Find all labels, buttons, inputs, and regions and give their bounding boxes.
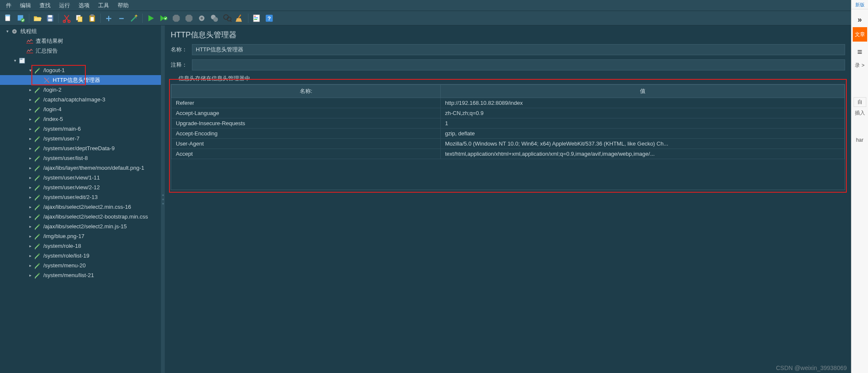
expand-icon[interactable]: ▸ [27,165,33,170]
har-label[interactable]: har [851,136,868,144]
tree-item-request[interactable]: ▸/system/user/list-8 [0,153,161,163]
shutdown-icon[interactable] [183,12,195,24]
tree-item-request[interactable]: ▸/ajax/libs/select2/select2-bootstrap.mi… [0,212,161,222]
table-row[interactable]: Upgrade-Insecure-Requests1 [172,118,845,129]
cell-header-name[interactable]: Upgrade-Insecure-Requests [172,118,441,129]
table-row[interactable]: Accepttext/html,application/xhtml+xml,ap… [172,149,845,159]
templates-icon[interactable] [15,12,27,24]
headers-table[interactable]: 名称: 值 Refererhttp://192.168.10.82:8089/i… [171,84,845,190]
tree-item-request[interactable]: ▸/system/role/list-19 [0,251,161,261]
paste-icon[interactable] [86,12,98,24]
table-row[interactable]: Refererhttp://192.168.10.82:8089/index [172,98,845,108]
cell-header-name[interactable]: Referer [172,98,441,108]
wand-icon[interactable] [128,12,140,24]
tree-item-request[interactable]: ▸/system/role-18 [0,241,161,251]
tree-item-request[interactable]: ▸/system/user/view/1-11 [0,173,161,182]
save-icon[interactable] [44,12,56,24]
table-row[interactable]: Accept-Encodinggzip, deflate [172,129,845,139]
expand-icon[interactable]: ▸ [27,224,33,229]
tree-item-request[interactable]: ▸/ajax/libs/select2/select2.min.js-15 [0,222,161,231]
login-label[interactable]: 录 > [851,61,868,70]
run-icon[interactable] [145,12,157,24]
tree-item-request[interactable]: ▸/captcha/captchaImage-3 [0,95,161,104]
remove-icon[interactable]: － [116,12,127,24]
expand-icon[interactable]: ▸ [27,117,33,121]
stop-icon[interactable] [170,12,182,24]
tree-item-request[interactable]: ▸/system/user/view/2-12 [0,182,161,192]
tree-item-request[interactable]: ▸/img/blue.png-17 [0,231,161,241]
expand-icon[interactable]: ▸ [27,244,33,248]
more-icon[interactable]: » [852,12,868,27]
expand-icon[interactable]: ▸ [27,146,33,151]
insert-label[interactable]: 插入 [851,109,868,118]
menu-search[interactable]: 查找 [35,0,55,11]
tree-item-request[interactable]: ▸/index-5 [0,114,161,124]
tree-item-request[interactable]: ▸/system/user-7 [0,134,161,143]
expand-icon[interactable]: ▾ [27,68,33,73]
tree-recorder[interactable]: ▾ [0,56,161,65]
help-icon[interactable]: ? [263,12,275,24]
tree-item-request[interactable]: ▸/system/menu-20 [0,261,161,270]
comment-input[interactable] [192,59,845,70]
splitter[interactable] [161,25,165,373]
expand-icon[interactable]: ▸ [27,263,33,268]
cell-header-name[interactable]: Accept [172,149,441,159]
new-icon[interactable] [2,12,14,24]
search-icon[interactable] [221,12,233,24]
hamburger-icon[interactable]: ≡ [852,44,868,59]
run-nopause-icon[interactable] [158,12,169,24]
tree-item-request[interactable]: ▸/system/menu/list-21 [0,270,161,280]
expand-icon[interactable]: ▸ [27,195,33,199]
tree-item-request[interactable]: ▸/system/user/edit/2-13 [0,192,161,202]
menu-help[interactable]: 帮助 [113,0,133,11]
expand-icon[interactable]: ▸ [27,214,33,219]
cell-header-name[interactable]: User-Agent [172,139,441,149]
clear-icon[interactable] [196,12,208,24]
expand-icon[interactable]: ▸ [27,234,33,238]
expand-icon[interactable]: ▸ [27,175,33,180]
test-plan-tree[interactable]: ▾ 线程组 ▸ 查看结果树 ▸ 汇总报告 ▾ ▾/logout-1▸HTTP信息… [0,25,161,373]
cell-header-name[interactable]: Accept-Language [172,108,441,118]
expand-icon[interactable]: ▸ [27,185,33,190]
expand-icon[interactable]: ▸ [27,156,33,160]
expand-icon[interactable]: ▾ [4,29,10,34]
expand-icon[interactable]: ▸ [27,136,33,141]
expand-icon[interactable]: ▾ [12,58,18,63]
tree-view-results[interactable]: ▸ 查看结果树 [0,36,161,46]
expand-icon[interactable]: ▸ [27,126,33,131]
copy-icon[interactable] [73,12,85,24]
cell-header-value[interactable]: http://192.168.10.82:8089/index [441,98,845,108]
expand-icon[interactable]: ▸ [27,205,33,209]
tree-summary-report[interactable]: ▸ 汇总报告 [0,46,161,56]
tree-thread-group[interactable]: ▾ 线程组 [0,26,161,36]
expand-icon[interactable]: ▸ [27,87,33,92]
tree-item-request[interactable]: ▸/login-4 [0,104,161,114]
add-icon[interactable]: ＋ [103,12,115,24]
cut-icon[interactable] [61,12,73,24]
cell-header-value[interactable]: Mozilla/5.0 (Windows NT 10.0; Win64; x64… [441,139,845,149]
name-input[interactable] [192,44,845,55]
tree-item-request[interactable]: ▸/ajax/libs/layer/theme/moon/default.png… [0,163,161,173]
cell-header-value[interactable]: text/html,application/xhtml+xml,applicat… [441,149,845,159]
tree-item-request[interactable]: ▸/login-2 [0,85,161,95]
tree-item-request[interactable]: ▸/system/user/deptTreeData-9 [0,143,161,153]
clear-all-icon[interactable] [209,12,220,24]
menu-edit[interactable]: 编辑 [16,0,35,11]
expand-icon[interactable]: ▸ [27,253,33,258]
open-icon[interactable] [31,12,43,24]
expand-icon[interactable]: ▸ [27,97,33,102]
expand-icon[interactable]: ▸ [27,273,33,278]
expand-icon[interactable]: ▸ [27,107,33,112]
custom-label[interactable]: 自 [854,97,866,107]
tree-item-request[interactable]: ▾/logout-1 [0,65,161,75]
menu-options[interactable]: 选项 [74,0,94,11]
menu-tools[interactable]: 工具 [94,0,113,11]
table-row[interactable]: User-AgentMozilla/5.0 (Windows NT 10.0; … [172,139,845,149]
col-value[interactable]: 值 [441,85,845,98]
tree-item-request[interactable]: ▸/ajax/libs/select2/select2.min.css-16 [0,202,161,212]
cell-header-value[interactable]: gzip, deflate [441,129,845,139]
tree-item-request[interactable]: ▸/system/main-6 [0,124,161,134]
menu-file[interactable]: 件 [2,0,16,11]
menu-run[interactable]: 运行 [55,0,74,11]
broom-icon[interactable] [234,12,246,24]
